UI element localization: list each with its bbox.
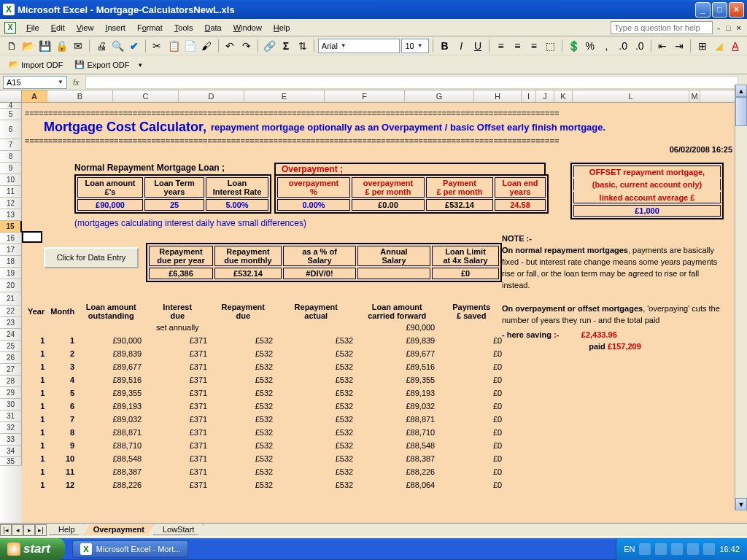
row-header[interactable]: 30 <box>0 399 22 411</box>
tray-icon[interactable] <box>639 543 651 555</box>
tab-last-icon[interactable]: ▸| <box>35 524 47 536</box>
language-indicator[interactable]: EN <box>624 545 635 553</box>
row-header[interactable]: 33 <box>0 434 22 446</box>
row-header[interactable]: 34 <box>0 446 22 457</box>
antivirus-icon[interactable] <box>703 543 715 555</box>
minimize-button[interactable]: _ <box>695 2 711 18</box>
row-header[interactable]: 26 <box>0 352 22 364</box>
paste-icon[interactable]: 📄 <box>182 38 198 54</box>
row-header[interactable]: 6 <box>0 120 22 139</box>
chevron-down-icon[interactable]: ▼ <box>341 42 347 49</box>
column-header[interactable]: D <box>179 90 244 102</box>
decrease-indent-icon[interactable]: ⇤ <box>655 38 670 54</box>
align-left-icon[interactable]: ≡ <box>493 38 508 54</box>
help-search-input[interactable] <box>611 21 713 34</box>
open-icon[interactable]: 📂 <box>21 38 36 54</box>
row-header[interactable]: 11 <box>0 186 22 198</box>
permission-icon[interactable]: 🔒 <box>54 38 69 54</box>
row-header[interactable]: 5 <box>0 109 22 120</box>
bold-button[interactable]: B <box>437 38 452 54</box>
borders-icon[interactable]: ⊞ <box>694 38 710 54</box>
row-header[interactable]: 9 <box>0 163 22 174</box>
close-button[interactable]: × <box>729 2 744 18</box>
mdi-max-icon[interactable]: □ <box>724 23 732 32</box>
column-header[interactable]: K <box>554 90 573 102</box>
font-color-icon[interactable]: A <box>728 38 743 54</box>
row-header[interactable]: 19 <box>0 268 22 279</box>
mdi-restore-icon[interactable]: - <box>716 23 721 32</box>
redo-icon[interactable]: ↷ <box>239 38 254 54</box>
column-header[interactable]: A <box>22 90 47 102</box>
comma-icon[interactable]: , <box>599 38 614 54</box>
hyperlink-icon[interactable]: 🔗 <box>262 38 277 54</box>
tab-next-icon[interactable]: ▸ <box>23 524 35 536</box>
column-header[interactable]: I <box>522 90 536 102</box>
menu-view[interactable]: View <box>71 22 100 34</box>
export-odf-button[interactable]: 💾Export ODF <box>70 58 133 71</box>
fx-icon[interactable]: fx <box>73 78 80 87</box>
row-header[interactable]: 18 <box>0 256 22 268</box>
column-header[interactable]: G <box>405 90 474 102</box>
copy-icon[interactable]: 📋 <box>166 38 182 54</box>
column-header[interactable]: C <box>113 90 179 102</box>
fill-color-icon[interactable]: ◢ <box>711 38 727 54</box>
menu-window[interactable]: Window <box>228 22 268 34</box>
row-header[interactable]: 29 <box>0 387 22 399</box>
row-header[interactable]: 16 <box>0 233 22 244</box>
tab-prev-icon[interactable]: ◂ <box>12 524 23 536</box>
percent-icon[interactable]: % <box>582 38 597 54</box>
increase-decimal-icon[interactable]: .0 <box>616 38 631 54</box>
menu-data[interactable]: Data <box>198 22 227 34</box>
toolbar-overflow-icon[interactable]: ▾ <box>139 61 142 69</box>
menu-format[interactable]: Format <box>131 22 169 34</box>
italic-button[interactable]: I <box>454 38 469 54</box>
data-entry-button[interactable]: Click for Data Entry <box>44 247 139 268</box>
print-icon[interactable]: 🖨 <box>93 38 109 54</box>
network-icon[interactable] <box>687 543 699 555</box>
formula-input[interactable] <box>85 76 738 89</box>
print-preview-icon[interactable]: 🔍 <box>110 38 125 54</box>
mdi-close-icon[interactable]: × <box>735 23 743 32</box>
column-header[interactable]: M <box>689 90 700 102</box>
row-header[interactable]: 32 <box>0 422 22 434</box>
selected-cell[interactable] <box>22 231 42 243</box>
tray-icon[interactable] <box>655 543 667 555</box>
row-header[interactable]: 24 <box>0 329 22 341</box>
import-odf-button[interactable]: 📂Import ODF <box>4 58 67 71</box>
worksheet-grid[interactable]: ========================================… <box>22 103 747 523</box>
taskbar-item-excel[interactable]: XMicrosoft Excel - Mort... <box>72 540 189 558</box>
row-header[interactable]: 25 <box>0 341 22 352</box>
increase-indent-icon[interactable]: ⇥ <box>672 38 687 54</box>
column-header[interactable]: L <box>573 90 689 102</box>
menu-edit[interactable]: Edit <box>45 22 71 34</box>
row-header[interactable]: 15 <box>0 221 22 233</box>
scroll-down-icon[interactable]: ▼ <box>735 498 747 510</box>
column-header[interactable]: J <box>536 90 554 102</box>
row-header[interactable]: 17 <box>0 244 22 256</box>
font-size-selector[interactable]: 10▼ <box>401 39 429 53</box>
row-header[interactable]: 35 <box>0 457 22 466</box>
email-icon[interactable]: ✉ <box>71 38 86 54</box>
decrease-decimal-icon[interactable]: .0 <box>632 38 647 54</box>
column-header[interactable]: H <box>474 90 522 102</box>
column-header[interactable]: F <box>325 90 405 102</box>
vertical-scrollbar[interactable]: ▲ ▼ <box>735 85 747 510</box>
menu-file[interactable]: File <box>20 22 45 34</box>
scroll-up-icon[interactable]: ▲ <box>735 85 747 97</box>
name-box[interactable]: A15▼ <box>3 76 67 89</box>
currency-icon[interactable]: 💲 <box>566 38 581 54</box>
row-header[interactable]: 13 <box>0 209 22 221</box>
menu-insert[interactable]: Insert <box>99 22 131 34</box>
spellcheck-icon[interactable]: ✔ <box>127 38 142 54</box>
chevron-down-icon[interactable]: ▼ <box>58 79 63 85</box>
sheet-tab-overpayment[interactable]: Overpayment <box>84 524 154 535</box>
menu-tools[interactable]: Tools <box>169 22 199 34</box>
autosum-icon[interactable]: Σ <box>279 38 294 54</box>
row-header[interactable]: 8 <box>0 151 22 163</box>
row-header[interactable]: 28 <box>0 376 22 387</box>
cut-icon[interactable]: ✂ <box>150 38 165 54</box>
sort-icon[interactable]: ⇅ <box>295 38 310 54</box>
merge-center-icon[interactable]: ⬚ <box>543 38 558 54</box>
row-header[interactable]: 4 <box>0 103 22 109</box>
chevron-down-icon[interactable]: ▼ <box>417 42 423 49</box>
